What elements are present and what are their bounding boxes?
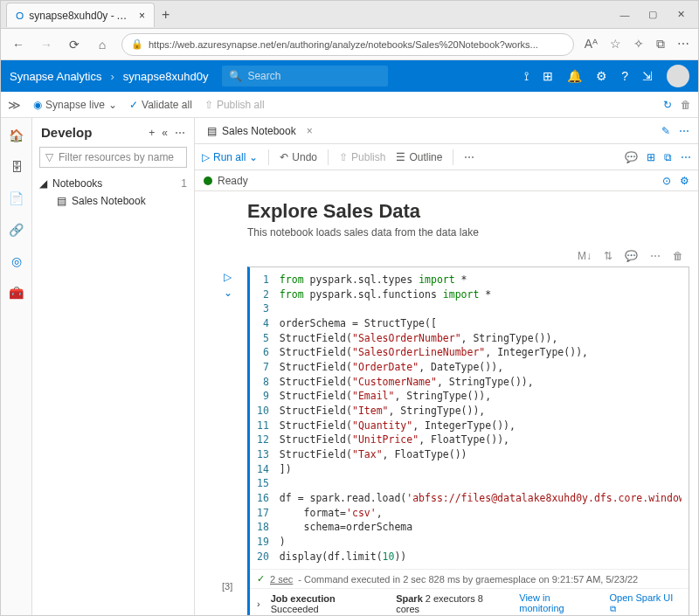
source-code: from pyspark.sql.types import * from pys… [280,273,682,564]
collapse-all-button[interactable]: « [162,127,168,139]
check-icon: ✓ [129,99,138,111]
view-monitoring-link[interactable]: View in monitoring [519,592,597,614]
window-maximize-button[interactable]: ▢ [640,5,665,24]
read-aloud-icon[interactable]: Aᴬ [585,37,598,52]
editor-tabs: ▤ Sales Notebook × ✎ ⋯ [195,118,698,144]
lock-icon: 🔒 [131,38,143,50]
rail-data-icon[interactable]: 🗄 [8,158,25,176]
run-cell-button[interactable]: ▷ [224,271,232,283]
avatar[interactable] [667,65,689,87]
collections-icon[interactable]: ⧉ [656,37,665,52]
cell-more-button[interactable]: ⋯ [649,249,661,263]
feedback-icon[interactable]: ⟟ [524,69,529,84]
comments-icon[interactable]: 💬 [625,151,638,163]
collapse-cell-button[interactable]: ⌄ [224,287,232,299]
favorite-icon[interactable]: ☆ [610,37,621,52]
pipeline-icon[interactable]: ⊞ [543,69,553,83]
window-close-button[interactable]: ✕ [668,5,693,24]
publish-all-button[interactable]: ⇧ Publish all [204,99,265,111]
tree-item-sales-notebook[interactable]: ▤ Sales Notebook [38,192,189,210]
toolbar-settings-icon[interactable]: ⋯ [681,151,691,163]
notebook-icon: ▤ [207,125,217,137]
svg-point-0 [17,12,23,18]
code-editor[interactable]: 1 2 3 4 5 6 7 8 9 10 11 12 13 14 15 16 1… [250,267,689,569]
tab-close-icon[interactable]: × [139,10,145,22]
breadcrumb-workspace[interactable]: synapse8xuhd0y [123,70,209,83]
add-resource-button[interactable]: + [149,127,155,139]
develop-title: Develop [41,125,92,140]
expand-panel-button[interactable]: ≫ [8,98,21,112]
help-icon[interactable]: ? [621,69,628,83]
move-cell-button[interactable]: ⇅ [603,249,613,263]
notifications-icon[interactable]: 🔔 [567,69,582,83]
tree-notebooks-group[interactable]: ◢ Notebooks 1 [38,175,189,192]
cell-comment-button[interactable]: 💬 [624,249,639,263]
synapse-favicon [16,10,24,22]
resource-tree: ◢ Notebooks 1 ▤ Sales Notebook [32,171,194,213]
tree-group-label: Notebooks [52,177,102,190]
nav-refresh-button[interactable]: ⟳ [66,38,83,52]
settings-icon[interactable]: ⚙ [596,69,607,83]
line-numbers: 1 2 3 4 5 6 7 8 9 10 11 12 13 14 15 16 1… [257,273,280,564]
browser-tab-title: synapse8xuhd0y - Azure Synapse [29,10,134,22]
filter-input[interactable]: ▽ Filter resources by name [39,147,187,168]
target-icon[interactable]: ⊙ [662,175,671,187]
search-placeholder: Search [247,70,280,82]
nav-home-button[interactable]: ⌂ [93,38,111,52]
publish-button[interactable]: ⇧ Publish [339,151,385,163]
more-actions-icon[interactable]: ⋯ [175,127,185,139]
chevron-down-icon: ⌄ [249,151,258,163]
play-icon: ▷ [202,151,210,163]
page-title: Explore Sales Data [247,200,689,223]
breadcrumb-root[interactable]: Synapse Analytics [10,70,102,83]
execution-message: - Command executed in 2 sec 828 ms by gr… [298,574,638,585]
develop-panel: Develop + « ⋯ ▽ Filter resources by name… [32,118,195,616]
caret-down-icon: ◢ [39,177,47,190]
switcher-icon[interactable]: ⇲ [642,69,653,83]
synapse-live-toggle[interactable]: ◉ Synapse live ⌄ [33,99,117,111]
global-search-input[interactable]: 🔍 Search [222,66,388,87]
notebook-icon: ▤ [57,195,66,207]
undo-button[interactable]: ↶ Undo [280,151,317,163]
address-bar: ← → ⟳ ⌂ 🔒 https://web.azuresynapse.net/e… [1,29,698,60]
markdown-toggle-button[interactable]: M↓ [577,249,592,263]
delete-button[interactable]: 🗑 [681,99,691,111]
rail-develop-icon[interactable]: 📄 [8,190,25,207]
cell-action-bar: M↓ ⇅ 💬 ⋯ 🗑 [247,246,689,266]
expand-job-button[interactable]: › [257,599,260,609]
open-spark-ui-link[interactable]: Open Spark UI ⧉ [610,592,682,614]
rail-home-icon[interactable]: 🏠 [8,127,25,144]
browser-tab[interactable]: synapse8xuhd0y - Azure Synapse × [6,3,155,27]
outline-button[interactable]: ☰ Outline [396,151,442,163]
gear-icon[interactable]: ⚙ [680,175,689,187]
tab-more-icon[interactable]: ⋯ [679,125,689,137]
validate-all-button[interactable]: ✓ Validate all [129,99,192,111]
cell-gutter: ▷ ⌄ [224,271,232,299]
edit-icon[interactable]: ✎ [661,125,670,137]
url-text: https://web.azuresynapse.net/en/authorin… [149,39,538,50]
favorites-bar-icon[interactable]: ✧ [633,37,644,52]
notebook-description: This notebook loads sales data from the … [247,226,689,239]
kernel-icon[interactable]: ⧉ [664,151,672,163]
nav-forward-button[interactable]: → [38,38,55,52]
variables-icon[interactable]: ⊞ [647,151,655,163]
more-icon[interactable]: ⋯ [677,37,689,52]
tab-sales-notebook[interactable]: ▤ Sales Notebook × [200,118,320,143]
header-actions: ⟟ ⊞ 🔔 ⚙ ? ⇲ [524,65,689,87]
cell-delete-button[interactable]: 🗑 [672,249,684,263]
new-tab-button[interactable]: + [155,3,176,26]
window-minimize-button[interactable]: — [612,5,637,24]
execution-duration[interactable]: 2 sec [270,574,293,585]
tab-close-button[interactable]: × [307,125,313,137]
toolbar-more-icon[interactable]: ⋯ [464,151,474,163]
outline-icon: ☰ [396,151,405,163]
run-all-button[interactable]: ▷ Run all ⌄ [202,151,258,163]
rail-monitor-icon[interactable]: ◎ [8,253,25,270]
rail-integrate-icon[interactable]: 🔗 [8,221,25,239]
filter-placeholder: Filter resources by name [59,151,174,163]
nav-back-button[interactable]: ← [10,38,27,52]
rail-manage-icon[interactable]: 🧰 [8,284,25,301]
execution-status: ✓ 2 sec - Command executed in 2 sec 828 … [250,569,689,588]
refresh-button[interactable]: ↻ [663,99,672,111]
url-input[interactable]: 🔒 https://web.azuresynapse.net/en/author… [121,33,574,56]
